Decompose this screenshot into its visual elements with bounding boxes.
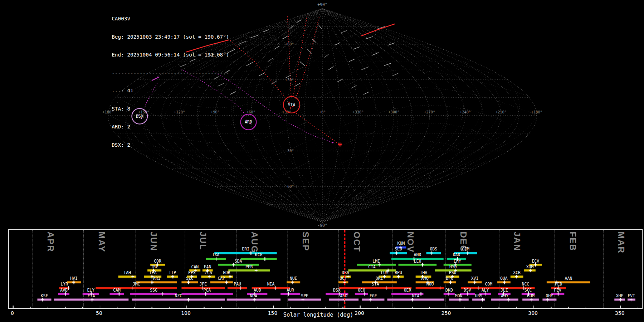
- peak-marker: [274, 288, 277, 288]
- peak-marker: [171, 276, 174, 277]
- peak-marker: [369, 299, 372, 300]
- shower-label: FEV: [548, 288, 567, 292]
- lon-label: +0°: [319, 110, 326, 114]
- meteor-trail: [388, 43, 395, 45]
- station-id: CA003V: [112, 16, 229, 22]
- shower-label: AUD: [248, 288, 267, 292]
- month-label: OCT: [352, 231, 362, 252]
- lon-label: +330°: [352, 110, 364, 114]
- shower-label: DRA: [336, 270, 355, 274]
- shower-label: ERI: [236, 247, 255, 251]
- axis-tick: [551, 307, 552, 308]
- peak-marker: [64, 294, 67, 294]
- meteor-trail: [297, 20, 302, 23]
- meteor-trail: [259, 73, 265, 76]
- shower-label: URS: [470, 294, 488, 298]
- meteor-trail: [250, 35, 258, 38]
- shower-label: PAU: [228, 282, 247, 286]
- shower-label: NIA: [262, 282, 280, 286]
- shower-label: XUM: [521, 265, 539, 269]
- meteor-trail: [341, 30, 347, 33]
- meteor-trail: [228, 49, 235, 53]
- shower-label: PCA: [198, 288, 216, 292]
- meteor-trail: [325, 54, 328, 58]
- shower-bar-leo: [399, 264, 437, 266]
- lat-label: -30°: [285, 148, 294, 153]
- shower-label: EGE: [364, 294, 382, 298]
- shower-bar-ohy: [542, 299, 556, 301]
- shower-label: XVI: [466, 277, 484, 280]
- peak-marker: [430, 253, 433, 253]
- shower-label: OER: [399, 288, 417, 292]
- peak-marker: [467, 253, 469, 253]
- month-gridline: [445, 230, 446, 308]
- shower-label: IRC: [146, 265, 164, 269]
- shower-label: TAH: [118, 270, 136, 274]
- shower-label: SPE: [296, 294, 314, 298]
- count-sta: STA: 8: [112, 106, 229, 112]
- shower-label: ORI: [370, 277, 389, 280]
- count-ard: ARD: 2: [112, 124, 229, 130]
- peak-marker: [118, 294, 121, 294]
- meteor-trail: [335, 43, 340, 45]
- shower-track: [294, 112, 338, 144]
- axis-tick-label: 250: [440, 310, 452, 316]
- current-sol-line: [344, 230, 345, 308]
- shower-bar-pau: [228, 287, 248, 289]
- peak-marker: [619, 299, 622, 300]
- peak-marker: [507, 299, 510, 300]
- screenshot-root: +180°+150°+120°+90°+60°+30°+0°+330°+300°…: [0, 0, 644, 322]
- axis-tick: [13, 306, 14, 308]
- peak-marker: [291, 282, 294, 283]
- meteor-trail: [312, 39, 316, 43]
- lon-label: +60°: [247, 110, 255, 114]
- axis-tick: [412, 307, 413, 308]
- axis-tick: [464, 307, 465, 308]
- shower-label: AHY: [496, 294, 514, 298]
- count-dsx: DSX: 2: [112, 142, 229, 148]
- peak-marker: [41, 299, 44, 300]
- lat-label: +60°: [285, 42, 294, 46]
- peak-marker: [91, 299, 93, 300]
- lon-label: +240°: [460, 110, 471, 114]
- peak-marker: [529, 270, 532, 271]
- shower-label: SCC: [519, 288, 537, 292]
- shower-track: [361, 24, 395, 36]
- meteor-trail: [230, 92, 236, 94]
- axis-tick: [204, 307, 204, 308]
- peak-marker: [215, 259, 218, 259]
- activity-chart: APRMAYJUNJULAUGSEPOCTNOVDECJANFEBMARKUME…: [0, 229, 644, 322]
- shower-label: COR: [148, 259, 167, 263]
- radiant-label-sta: STA: [288, 102, 296, 107]
- shower-label: MON: [450, 294, 468, 298]
- shower-label: DKD: [440, 288, 458, 292]
- axis-tick-label: 50: [93, 310, 105, 316]
- axis-tick: [186, 306, 187, 308]
- peak-marker: [503, 282, 506, 283]
- axis-tick: [360, 306, 361, 308]
- shower-label: ALY: [476, 288, 494, 292]
- axis-tick: [342, 307, 343, 308]
- axis-tick: [395, 307, 395, 308]
- peak-marker: [421, 264, 424, 265]
- shower-bar-ege: [362, 299, 385, 301]
- meteor-trail: [238, 41, 247, 44]
- axis-tick-label: 150: [267, 310, 279, 316]
- shower-label: HYD: [444, 265, 462, 269]
- radiant-meteor-dot: [290, 107, 291, 109]
- shower-label: SZC: [181, 277, 199, 280]
- month-label: MAR: [616, 231, 626, 254]
- meteor-trail: [274, 46, 279, 49]
- shower-label: CAP: [213, 277, 231, 280]
- axis-tick: [533, 306, 534, 308]
- peak-marker: [239, 288, 242, 288]
- shower-label: KUM: [392, 241, 410, 245]
- shower-label: NCC: [517, 282, 535, 286]
- sky-map: +180°+150°+120°+90°+60°+30°+0°+330°+300°…: [0, 0, 644, 229]
- meteor-trail: [351, 86, 356, 88]
- shower-label: RPU: [389, 270, 408, 274]
- shower-label: NUE: [284, 277, 303, 280]
- shower-label: JMC: [127, 282, 146, 286]
- meteor-trail: [337, 79, 342, 82]
- month-gridline: [236, 230, 236, 308]
